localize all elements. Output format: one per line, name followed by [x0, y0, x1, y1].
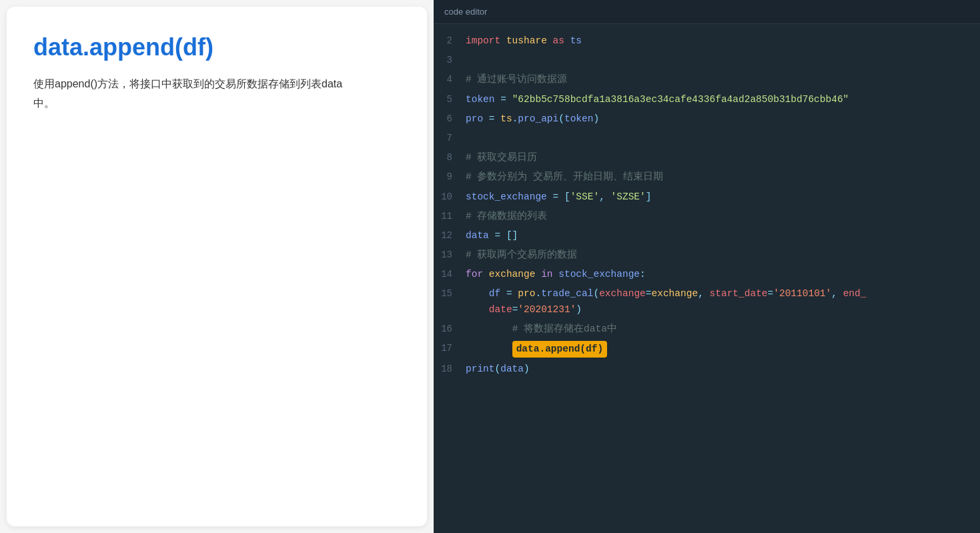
code-line-2: 2 import tushare as ts [434, 31, 980, 50]
line-content-9: # 参数分别为 交易所、开始日期、结束日期 [466, 168, 980, 185]
highlighted-code: data.append(df) [512, 341, 608, 358]
code-line-7: 7 [434, 128, 980, 147]
code-line-5: 5 token = "62bb5c758bcdfa1a3816a3ec34caf… [434, 89, 980, 109]
line-num-16: 16 [434, 320, 466, 336]
line-num-7: 7 [434, 129, 466, 145]
line-content-3 [466, 51, 980, 68]
line-num-9: 9 [434, 168, 466, 184]
line-num-2: 2 [434, 32, 466, 48]
code-line-11: 11 # 存储数据的列表 [434, 206, 980, 225]
line-content-4: # 通过账号访问数据源 [466, 71, 980, 87]
code-editor-panel: code editor 2 import tushare as ts 3 4 #… [434, 0, 980, 533]
line-content-18: print(data) [466, 360, 980, 377]
code-line-14: 14 for exchange in stock_exchange: [434, 264, 980, 284]
line-content-2: import tushare as ts [466, 32, 980, 49]
line-num-14: 14 [434, 265, 466, 282]
line-content-11: # 存储数据的列表 [466, 207, 980, 224]
line-num-4: 4 [434, 71, 466, 87]
line-num-11: 11 [434, 207, 466, 223]
line-content-7 [466, 129, 980, 146]
line-num-5: 5 [434, 91, 466, 107]
code-line-16: 16 # 将数据存储在data中 [434, 319, 980, 338]
code-line-6: 6 pro = ts.pro_api(token) [434, 109, 980, 128]
code-line-9: 9 # 参数分别为 交易所、开始日期、结束日期 [434, 167, 980, 186]
line-num-15: 15 [434, 285, 466, 301]
line-content-13: # 获取两个交易所的数据 [466, 246, 980, 263]
line-content-10: stock_exchange = ['SSE', 'SZSE'] [466, 188, 980, 205]
editor-title: code editor [444, 7, 487, 17]
line-content-14: for exchange in stock_exchange: [466, 265, 980, 282]
code-line-13: 13 # 获取两个交易所的数据 [434, 245, 980, 264]
line-content-6: pro = ts.pro_api(token) [466, 110, 980, 127]
line-content-17: data.append(df) [466, 340, 980, 358]
line-content-5: token = "62bb5c758bcdfa1a3816a3ec34cafe4… [466, 91, 980, 107]
line-num-3: 3 [434, 51, 466, 67]
line-num-17: 17 [434, 340, 466, 356]
code-line-8: 8 # 获取交易日历 [434, 147, 980, 167]
line-num-6: 6 [434, 110, 466, 126]
code-line-18: 18 print(data) [434, 359, 980, 378]
line-content-8: # 获取交易日历 [466, 149, 980, 165]
page-description: 使用append()方法，将接口中获取到的交易所数据存储到列表data中。 [33, 75, 400, 113]
line-num-8: 8 [434, 149, 466, 165]
line-num-18: 18 [434, 360, 466, 376]
line-num-13: 13 [434, 246, 466, 262]
line-content-12: data = [] [466, 227, 980, 243]
code-line-15: 15 df = pro.trade_cal(exchange=exchange,… [434, 284, 980, 318]
code-line-10: 10 stock_exchange = ['SSE', 'SZSE'] [434, 187, 980, 206]
code-area[interactable]: 2 import tushare as ts 3 4 # 通过账号访问数据源 5… [434, 24, 980, 533]
line-num-12: 12 [434, 227, 466, 243]
code-line-4: 4 # 通过账号访问数据源 [434, 69, 980, 89]
code-line-3: 3 [434, 50, 980, 69]
line-content-16: # 将数据存储在data中 [466, 320, 980, 337]
left-panel: data.append(df) 使用append()方法，将接口中获取到的交易所… [7, 7, 427, 526]
line-content-15: df = pro.trade_cal(exchange=exchange, st… [466, 285, 980, 317]
page-title: data.append(df) [33, 33, 400, 61]
editor-header: code editor [434, 0, 980, 24]
code-line-12: 12 data = [] [434, 225, 980, 245]
code-line-17: 17 data.append(df) [434, 338, 980, 359]
line-num-10: 10 [434, 188, 466, 204]
